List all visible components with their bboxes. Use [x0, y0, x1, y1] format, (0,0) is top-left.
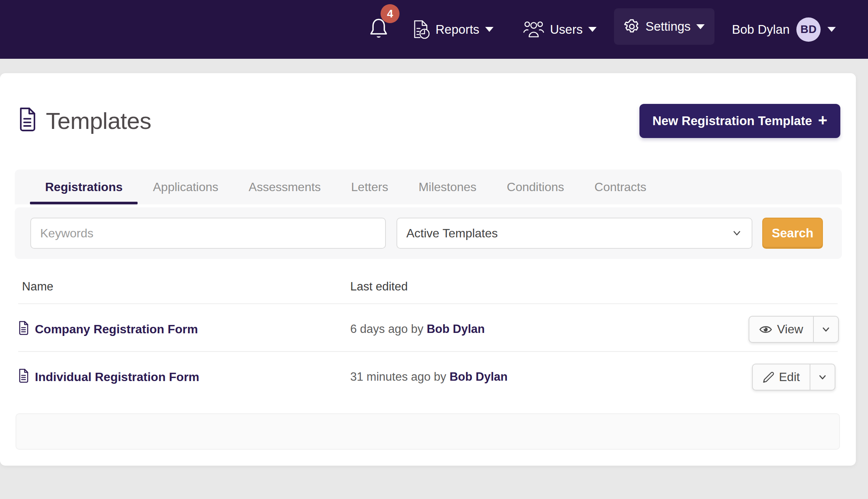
- tab-label: Assessments: [249, 180, 321, 194]
- caret-down-icon: [485, 27, 494, 32]
- document-icon: [18, 369, 29, 383]
- template-link[interactable]: Company Registration Form: [35, 322, 198, 336]
- user-menu[interactable]: Bob Dylan BD: [732, 0, 836, 59]
- tab-conditions[interactable]: Conditions: [492, 169, 579, 204]
- row-action-button-group: View: [749, 316, 839, 343]
- edit-button[interactable]: Edit: [753, 364, 810, 390]
- row-action-button-group: Edit: [752, 364, 835, 391]
- tab-registrations[interactable]: Registrations: [30, 169, 138, 204]
- search-button[interactable]: Search: [762, 218, 823, 249]
- gear-icon: [624, 19, 640, 35]
- tab-label: Milestones: [418, 180, 476, 194]
- caret-down-icon: [827, 27, 836, 32]
- edited-prefix: 6 days ago by: [350, 322, 423, 336]
- nav-reports[interactable]: Reports: [412, 0, 494, 59]
- empty-results-panel: [16, 413, 840, 450]
- tab-contracts[interactable]: Contracts: [579, 169, 661, 204]
- edited-prefix: 31 minutes ago by: [350, 370, 446, 383]
- table-row: Company Registration Form 6 days ago by …: [0, 303, 856, 351]
- keywords-input[interactable]: [30, 218, 386, 249]
- template-link[interactable]: Individual Registration Form: [35, 370, 199, 384]
- eye-icon: [759, 325, 772, 334]
- nav-users-label: Users: [550, 22, 583, 37]
- filter-panel: Active Templates Search: [15, 207, 842, 259]
- tab-bar: Registrations Applications Assessments L…: [15, 169, 842, 204]
- edited-by: Bob Dylan: [450, 370, 508, 383]
- avatar: BD: [796, 17, 821, 42]
- nav-users[interactable]: Users: [523, 0, 597, 59]
- view-more-actions-button[interactable]: [814, 317, 838, 342]
- column-header-last-edited: Last edited: [350, 280, 408, 293]
- notification-badge: 4: [381, 4, 400, 23]
- tab-label: Letters: [351, 180, 388, 194]
- last-edited-cell: 6 days ago by Bob Dylan: [350, 322, 485, 336]
- templates-card: Templates New Registration Template + Re…: [0, 73, 856, 466]
- tab-label: Registrations: [45, 180, 122, 194]
- column-header-name: Name: [22, 280, 53, 293]
- view-button-label: View: [777, 322, 803, 336]
- status-filter-select[interactable]: Active Templates: [396, 218, 752, 249]
- notifications-button[interactable]: 4: [366, 0, 404, 59]
- caret-down-icon: [696, 24, 705, 29]
- new-registration-template-label: New Registration Template: [652, 114, 812, 128]
- templates-page-icon: [18, 107, 36, 132]
- tab-label: Conditions: [507, 180, 564, 194]
- document-icon: [18, 321, 29, 335]
- tab-label: Contracts: [594, 180, 646, 194]
- nav-reports-label: Reports: [436, 22, 479, 37]
- chevron-down-icon: [731, 228, 743, 239]
- status-filter-value: Active Templates: [406, 226, 498, 240]
- nav-settings-label: Settings: [646, 19, 691, 34]
- tab-letters[interactable]: Letters: [336, 169, 403, 204]
- tab-applications[interactable]: Applications: [138, 169, 233, 204]
- user-name: Bob Dylan: [732, 22, 790, 37]
- edited-by: Bob Dylan: [427, 322, 485, 336]
- report-document-icon: [412, 19, 430, 40]
- nav-settings[interactable]: Settings: [614, 8, 714, 45]
- last-edited-cell: 31 minutes ago by Bob Dylan: [350, 370, 508, 384]
- pencil-icon: [763, 372, 774, 383]
- table-row: Individual Registration Form 31 minutes …: [0, 351, 856, 399]
- page-title: Templates: [46, 107, 151, 134]
- users-icon: [523, 21, 544, 38]
- tab-assessments[interactable]: Assessments: [233, 169, 336, 204]
- caret-down-icon: [588, 27, 597, 32]
- view-button[interactable]: View: [749, 317, 813, 342]
- tab-milestones[interactable]: Milestones: [403, 169, 492, 204]
- top-nav: 4 Reports Users: [0, 0, 868, 59]
- edit-more-actions-button[interactable]: [810, 364, 835, 390]
- new-registration-template-button[interactable]: New Registration Template +: [639, 104, 840, 138]
- tab-label: Applications: [153, 180, 218, 194]
- edit-button-label: Edit: [779, 370, 800, 384]
